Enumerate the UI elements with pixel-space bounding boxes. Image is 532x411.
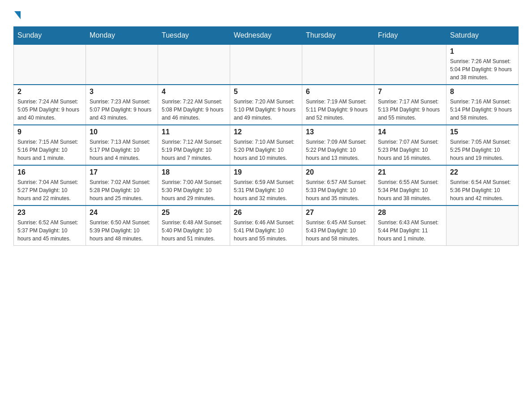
calendar-cell: 7Sunrise: 7:17 AM Sunset: 5:13 PM Daylig…	[374, 85, 446, 125]
logo-arrow-icon	[14, 11, 21, 19]
day-header-thursday: Thursday	[302, 27, 374, 45]
calendar-cell: 26Sunrise: 6:46 AM Sunset: 5:41 PM Dayli…	[230, 206, 302, 246]
day-info: Sunrise: 7:04 AM Sunset: 5:27 PM Dayligh…	[17, 178, 82, 202]
day-number: 9	[17, 128, 82, 136]
day-info: Sunrise: 7:02 AM Sunset: 5:28 PM Dayligh…	[90, 178, 154, 202]
day-number: 15	[450, 128, 515, 136]
calendar-cell: 13Sunrise: 7:09 AM Sunset: 5:22 PM Dayli…	[302, 125, 374, 165]
calendar-cell	[230, 44, 302, 85]
day-info: Sunrise: 7:12 AM Sunset: 5:19 PM Dayligh…	[162, 138, 226, 162]
day-number: 17	[90, 168, 154, 176]
day-info: Sunrise: 7:07 AM Sunset: 5:23 PM Dayligh…	[378, 138, 442, 162]
day-number: 14	[378, 128, 442, 136]
calendar-cell: 20Sunrise: 6:57 AM Sunset: 5:33 PM Dayli…	[302, 165, 374, 206]
day-header-wednesday: Wednesday	[230, 27, 302, 45]
logo	[13, 9, 21, 17]
calendar-cell: 10Sunrise: 7:13 AM Sunset: 5:17 PM Dayli…	[86, 125, 158, 165]
day-number: 25	[162, 209, 226, 217]
calendar-cell: 14Sunrise: 7:07 AM Sunset: 5:23 PM Dayli…	[374, 125, 446, 165]
day-number: 20	[306, 168, 370, 176]
day-number: 10	[90, 128, 154, 136]
day-header-friday: Friday	[374, 27, 446, 45]
calendar-table: SundayMondayTuesdayWednesdayThursdayFrid…	[13, 26, 519, 246]
day-number: 18	[162, 168, 226, 176]
day-number: 7	[378, 88, 442, 96]
calendar-cell: 17Sunrise: 7:02 AM Sunset: 5:28 PM Dayli…	[86, 165, 158, 206]
day-info: Sunrise: 7:10 AM Sunset: 5:20 PM Dayligh…	[234, 138, 298, 162]
calendar-cell: 27Sunrise: 6:45 AM Sunset: 5:43 PM Dayli…	[302, 206, 374, 246]
day-number: 2	[17, 88, 82, 96]
calendar-cell: 5Sunrise: 7:20 AM Sunset: 5:10 PM Daylig…	[230, 85, 302, 125]
day-number: 16	[17, 168, 82, 176]
day-info: Sunrise: 7:22 AM Sunset: 5:08 PM Dayligh…	[162, 98, 226, 122]
calendar-cell: 12Sunrise: 7:10 AM Sunset: 5:20 PM Dayli…	[230, 125, 302, 165]
day-info: Sunrise: 6:50 AM Sunset: 5:39 PM Dayligh…	[90, 218, 154, 243]
calendar-cell	[374, 44, 446, 85]
calendar-cell	[86, 44, 158, 85]
calendar-cell: 19Sunrise: 6:59 AM Sunset: 5:31 PM Dayli…	[230, 165, 302, 206]
day-info: Sunrise: 7:23 AM Sunset: 5:07 PM Dayligh…	[90, 98, 154, 122]
day-info: Sunrise: 7:09 AM Sunset: 5:22 PM Dayligh…	[306, 138, 370, 162]
calendar-cell	[158, 44, 230, 85]
day-info: Sunrise: 6:43 AM Sunset: 5:44 PM Dayligh…	[378, 218, 442, 243]
week-row-2: 2Sunrise: 7:24 AM Sunset: 5:05 PM Daylig…	[14, 85, 519, 125]
day-number: 13	[306, 128, 370, 136]
day-number: 22	[450, 168, 515, 176]
day-info: Sunrise: 6:45 AM Sunset: 5:43 PM Dayligh…	[306, 218, 370, 243]
calendar-header-row: SundayMondayTuesdayWednesdayThursdayFrid…	[14, 27, 519, 45]
day-header-monday: Monday	[86, 27, 158, 45]
calendar-cell: 3Sunrise: 7:23 AM Sunset: 5:07 PM Daylig…	[86, 85, 158, 125]
calendar-cell: 16Sunrise: 7:04 AM Sunset: 5:27 PM Dayli…	[14, 165, 86, 206]
day-info: Sunrise: 7:24 AM Sunset: 5:05 PM Dayligh…	[17, 98, 82, 122]
day-info: Sunrise: 7:19 AM Sunset: 5:11 PM Dayligh…	[306, 98, 370, 122]
calendar-cell: 4Sunrise: 7:22 AM Sunset: 5:08 PM Daylig…	[158, 85, 230, 125]
calendar-cell	[446, 206, 519, 246]
week-row-1: 1Sunrise: 7:26 AM Sunset: 5:04 PM Daylig…	[14, 44, 519, 85]
calendar-cell: 6Sunrise: 7:19 AM Sunset: 5:11 PM Daylig…	[302, 85, 374, 125]
calendar-cell: 25Sunrise: 6:48 AM Sunset: 5:40 PM Dayli…	[158, 206, 230, 246]
day-number: 4	[162, 88, 226, 96]
day-number: 1	[450, 47, 515, 56]
calendar-cell: 24Sunrise: 6:50 AM Sunset: 5:39 PM Dayli…	[86, 206, 158, 246]
calendar-cell: 2Sunrise: 7:24 AM Sunset: 5:05 PM Daylig…	[14, 85, 86, 125]
day-number: 24	[90, 209, 154, 217]
day-info: Sunrise: 7:26 AM Sunset: 5:04 PM Dayligh…	[450, 57, 515, 81]
day-number: 8	[450, 88, 515, 96]
day-info: Sunrise: 7:00 AM Sunset: 5:30 PM Dayligh…	[162, 178, 226, 202]
calendar-cell: 22Sunrise: 6:54 AM Sunset: 5:36 PM Dayli…	[446, 165, 519, 206]
week-row-4: 16Sunrise: 7:04 AM Sunset: 5:27 PM Dayli…	[14, 165, 519, 206]
day-info: Sunrise: 6:46 AM Sunset: 5:41 PM Dayligh…	[234, 218, 298, 243]
calendar-cell: 21Sunrise: 6:55 AM Sunset: 5:34 PM Dayli…	[374, 165, 446, 206]
day-info: Sunrise: 6:55 AM Sunset: 5:34 PM Dayligh…	[378, 178, 442, 202]
day-number: 6	[306, 88, 370, 96]
day-info: Sunrise: 7:13 AM Sunset: 5:17 PM Dayligh…	[90, 138, 154, 162]
calendar-cell: 28Sunrise: 6:43 AM Sunset: 5:44 PM Dayli…	[374, 206, 446, 246]
day-info: Sunrise: 7:20 AM Sunset: 5:10 PM Dayligh…	[234, 98, 298, 122]
calendar-cell: 18Sunrise: 7:00 AM Sunset: 5:30 PM Dayli…	[158, 165, 230, 206]
day-number: 12	[234, 128, 298, 136]
calendar-cell: 9Sunrise: 7:15 AM Sunset: 5:16 PM Daylig…	[14, 125, 86, 165]
day-info: Sunrise: 6:52 AM Sunset: 5:37 PM Dayligh…	[17, 218, 82, 243]
day-number: 3	[90, 88, 154, 96]
day-number: 11	[162, 128, 226, 136]
calendar-cell: 15Sunrise: 7:05 AM Sunset: 5:25 PM Dayli…	[446, 125, 519, 165]
calendar-cell: 1Sunrise: 7:26 AM Sunset: 5:04 PM Daylig…	[446, 44, 519, 85]
calendar-cell	[302, 44, 374, 85]
calendar-cell: 23Sunrise: 6:52 AM Sunset: 5:37 PM Dayli…	[14, 206, 86, 246]
calendar-cell: 8Sunrise: 7:16 AM Sunset: 5:14 PM Daylig…	[446, 85, 519, 125]
day-info: Sunrise: 7:15 AM Sunset: 5:16 PM Dayligh…	[17, 138, 82, 162]
day-info: Sunrise: 6:48 AM Sunset: 5:40 PM Dayligh…	[162, 218, 226, 243]
day-number: 23	[17, 209, 82, 217]
day-info: Sunrise: 6:57 AM Sunset: 5:33 PM Dayligh…	[306, 178, 370, 202]
calendar-cell	[14, 44, 86, 85]
day-number: 19	[234, 168, 298, 176]
day-number: 27	[306, 209, 370, 217]
day-info: Sunrise: 7:05 AM Sunset: 5:25 PM Dayligh…	[450, 138, 515, 162]
day-info: Sunrise: 7:16 AM Sunset: 5:14 PM Dayligh…	[450, 98, 515, 122]
day-number: 5	[234, 88, 298, 96]
day-header-saturday: Saturday	[446, 27, 519, 45]
day-number: 26	[234, 209, 298, 217]
day-number: 28	[378, 209, 442, 217]
week-row-5: 23Sunrise: 6:52 AM Sunset: 5:37 PM Dayli…	[14, 206, 519, 246]
day-info: Sunrise: 6:54 AM Sunset: 5:36 PM Dayligh…	[450, 178, 515, 202]
